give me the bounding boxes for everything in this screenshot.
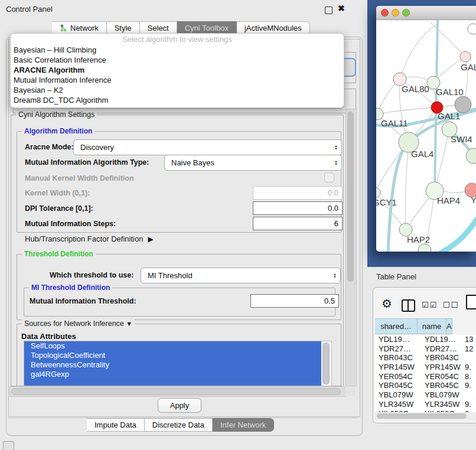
column-header[interactable]: A — [446, 318, 452, 334]
zoom-window-icon[interactable] — [402, 9, 410, 17]
dropdown-option[interactable]: Basic Correlation Inference — [11, 55, 344, 65]
select-all-checkboxes-icon[interactable]: ☑☑ — [422, 301, 438, 309]
mi-type-select[interactable]: Naive Bayes ▲▼ — [164, 155, 342, 171]
which-threshold-select[interactable]: MI Threshold ▲▼ — [141, 268, 341, 283]
network-node[interactable] — [460, 51, 471, 62]
network-node[interactable] — [468, 24, 476, 34]
cell-name: YBL079W — [420, 390, 462, 400]
network-canvas[interactable]: GALGAL80GAL10GAL1GAL11SWI4GAL4GCY1HAP4YH… — [376, 20, 476, 252]
group-title: Threshold Definition — [22, 250, 96, 258]
network-node[interactable] — [466, 148, 476, 164]
group-title: Cyni Algorithm Settings — [16, 110, 97, 119]
cyni-bottom-tabs: Impute Data Discretize Data Infer Networ… — [87, 418, 274, 432]
list-scrollbar[interactable] — [322, 343, 330, 384]
table-row[interactable]: YDL19… YDL19… 13 — [375, 335, 476, 344]
aracne-mode-select[interactable]: Discovery ▲▼ — [73, 139, 342, 155]
attribute-item-clipped[interactable] — [24, 379, 321, 386]
tab-label: Cyni Toolbox — [185, 24, 229, 32]
scrollbar-corner — [345, 386, 356, 396]
network-node[interactable] — [418, 244, 431, 252]
minimize-window-icon[interactable] — [392, 9, 399, 17]
mi-threshold-field[interactable]: 0.5 — [250, 294, 339, 308]
attribute-item[interactable]: BetweennessCentrality — [24, 360, 321, 370]
hub-definition-expander[interactable]: Hub/Transcription Factor Definition ▶ — [25, 234, 154, 243]
dropdown-option[interactable]: Bayesian – Hill Climbing — [11, 45, 344, 55]
mi-type-label: Mutual Information Algorithm Type: — [25, 158, 149, 167]
clear-checkboxes-icon[interactable]: ☐☐ — [443, 301, 459, 309]
network-view-window[interactable]: GALGAL80GAL10GAL1GAL11SWI4GAL4GCY1HAP4YH… — [376, 6, 476, 252]
manual-kernel-checkbox[interactable] — [324, 172, 334, 182]
cell-name: YDR27… — [420, 344, 462, 354]
tab-label: Discretize Data — [152, 420, 204, 429]
cell-shared-name: YER054C — [375, 372, 420, 381]
node-label: GAL — [461, 62, 476, 72]
dropdown-placeholder: Select algorithm to view settings — [11, 34, 344, 45]
table-row[interactable]: YBR043C YBR043C — [375, 353, 476, 363]
tab-label: Impute Data — [94, 420, 136, 429]
kernel-width-label: Kernel Width (0,1): — [25, 189, 90, 197]
cell-name: YDL19… — [420, 335, 462, 344]
close-window-icon[interactable] — [381, 9, 389, 17]
selected-value: Naive Bayes — [171, 158, 214, 167]
attribute-items: SelfLoops TopologicalCoefficient Between… — [24, 341, 331, 379]
option-label: Mutual Information Inference — [14, 76, 111, 84]
network-node[interactable] — [455, 96, 471, 113]
dpi-tolerance-field[interactable]: 0.0 — [253, 201, 343, 215]
dropdown-option[interactable]: ARACNE Algorithm — [11, 65, 344, 75]
attribute-item[interactable]: SelfLoops — [24, 341, 321, 351]
tab-label: jActiveMNodules — [244, 24, 302, 32]
cell-value: 12 — [462, 344, 476, 354]
table-row[interactable]: YBL079W YBL079W — [375, 390, 476, 400]
tab[interactable]: Infer Network — [213, 418, 274, 432]
mi-steps-field[interactable]: 6 — [253, 217, 343, 230]
cell-shared-name: YLR345W — [375, 400, 420, 409]
kernel-width-field[interactable]: 0.0 — [253, 186, 343, 200]
option-label: Basic Correlation Inference — [14, 56, 106, 64]
collapse-arrow-icon[interactable]: ▼ — [126, 320, 132, 327]
attribute-item[interactable]: TopologicalCoefficient — [24, 351, 321, 360]
window-titlebar[interactable] — [376, 6, 476, 20]
minimized-panel-icon[interactable] — [3, 441, 14, 450]
dropdown-option[interactable]: Dream8 DC_TDC Algorithm — [11, 95, 344, 105]
attribute-label: TopologicalCoefficient — [31, 351, 105, 360]
float-panel-icon[interactable] — [325, 6, 332, 14]
settings-vertical-scrollbar[interactable] — [345, 109, 357, 386]
table-row[interactable]: YPR145W YPR145W 9. — [375, 363, 476, 372]
selected-value: MI Threshold — [148, 271, 193, 280]
export-table-icon[interactable] — [466, 295, 476, 309]
table-row[interactable]: YBR045C YBR045C 9. — [375, 381, 476, 390]
table-row[interactable]: YLR345W YLR345W 9. — [375, 400, 476, 409]
hub-definition-label: Hub/Transcription Factor Definition — [25, 234, 143, 243]
table-panel-title: Table Panel — [376, 272, 416, 281]
table-header: shared… name A — [375, 318, 452, 334]
tab[interactable]: Discretize Data — [145, 418, 213, 432]
settings-horizontal-scrollbar[interactable] — [9, 386, 346, 397]
attribute-label: gal4RGexp — [31, 370, 69, 379]
table-row[interactable]: YDR27… YDR27… 12 — [375, 344, 476, 354]
option-label: Bayesian – Hill Climbing — [14, 45, 96, 54]
table-horizontal-scrollbar[interactable] — [375, 412, 476, 420]
attribute-item[interactable]: gal4RGexp — [24, 370, 321, 379]
apply-button[interactable]: Apply — [158, 398, 201, 413]
cell-name: YBR045C — [420, 381, 462, 390]
option-label: Dream8 DC_TDC Algorithm — [14, 96, 108, 105]
dropdown-option[interactable]: Bayesian – K2 — [11, 85, 344, 95]
table-row[interactable]: YER054C YER054C 8. — [375, 372, 476, 381]
network-node[interactable] — [376, 187, 380, 198]
close-icon[interactable]: ✖ — [338, 4, 345, 13]
cell-value — [462, 390, 476, 400]
cell-name: YER054C — [420, 372, 462, 381]
cell-value: 13 — [462, 335, 476, 344]
column-header[interactable]: shared… — [375, 318, 418, 334]
tab-label: Select — [148, 24, 169, 32]
column-header[interactable]: name — [418, 318, 446, 334]
field-value: 0.0 — [328, 204, 338, 213]
dropdown-option[interactable]: Mutual Information Inference — [11, 75, 344, 85]
cell-shared-name: YDL19… — [375, 335, 420, 344]
gear-icon[interactable]: ⚙ — [382, 296, 392, 311]
columns-icon[interactable] — [402, 299, 415, 312]
data-attributes-list[interactable]: SelfLoops TopologicalCoefficient Between… — [24, 341, 332, 386]
dpi-tolerance-label: DPI Tolerance [0,1]: — [25, 204, 93, 213]
tab[interactable]: Impute Data — [87, 418, 145, 432]
algorithm-dropdown[interactable]: Select algorithm to view settings Bayesi… — [10, 33, 344, 108]
